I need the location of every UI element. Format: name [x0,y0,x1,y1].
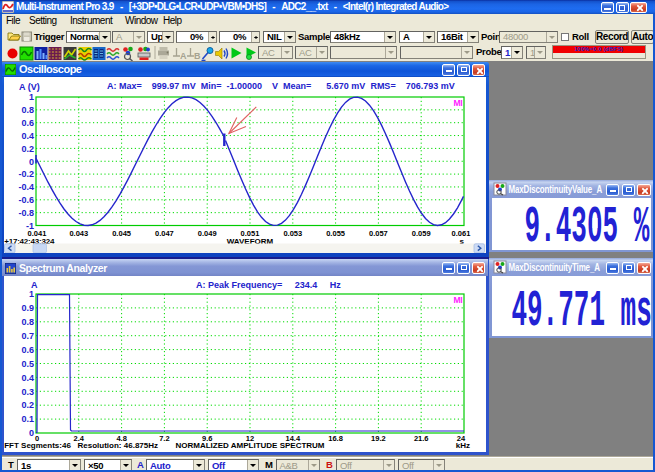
svg-text:0.2: 0.2 [21,400,34,410]
svg-text:7.2: 7.2 [159,434,169,443]
svg-text:0: 0 [29,157,34,167]
svg-text:A: Peak Frequency= 234.4: A: Peak Frequency= 234.4 Hz [196,280,341,290]
svg-text:0.9: 0.9 [21,303,34,313]
svg-text:0.053: 0.053 [283,229,302,238]
svg-text:NORMALIZED AMPLITUDE SPECTRUM: NORMALIZED AMPLITUDE SPECTRUM [175,441,324,450]
svg-text:A: A [180,51,187,61]
svg-text:A: Max= 999.97 mV Min= -1: A: Max= 999.97 mV Min= -1.00000 V Mean= … [107,81,455,91]
svg-text:FFT Segments:46 Resolution:: FFT Segments:46 Resolution: 46.875Hz [4,441,158,450]
svg-text:21.6: 21.6 [414,434,429,443]
svg-text:kHz: kHz [456,441,470,450]
svg-text:0.5: 0.5 [21,359,34,369]
svg-text:0.2: 0.2 [21,144,34,154]
svg-text:0.8: 0.8 [21,317,34,327]
svg-text:0.045: 0.045 [112,229,131,238]
svg-text:-0.8: -0.8 [18,208,34,218]
svg-text:0.059: 0.059 [412,229,431,238]
svg-text:A (V): A (V) [19,82,40,92]
svg-text:0.6: 0.6 [21,118,34,128]
svg-text:1: 1 [29,92,34,102]
svg-text:0.047: 0.047 [155,229,174,238]
svg-text:49.771 ms: 49.771 ms [511,281,651,338]
svg-text:0.6: 0.6 [21,345,34,355]
svg-text:0.7: 0.7 [21,331,34,341]
svg-text:0.043: 0.043 [69,229,88,238]
svg-text:B: B [194,51,201,61]
svg-text:16.8: 16.8 [328,434,343,443]
svg-text:0.4: 0.4 [21,373,34,383]
svg-text:19.2: 19.2 [371,434,386,443]
svg-text:-0.4: -0.4 [18,182,34,192]
svg-text:0.1: 0.1 [21,414,34,424]
svg-text:0.055: 0.055 [326,229,345,238]
svg-text:0.8: 0.8 [21,105,34,115]
svg-text:0: 0 [29,428,34,438]
svg-text:-0.2: -0.2 [18,169,34,179]
svg-text:MI: MI [454,98,463,108]
svg-text:1: 1 [29,289,34,299]
svg-text:MaxDiscontinuityTime_A: MaxDiscontinuityTime_A [509,262,601,273]
svg-text:0.049: 0.049 [198,229,217,238]
svg-text:0.4: 0.4 [21,131,34,141]
svg-text:MI: MI [454,295,463,305]
svg-text:9.4305 %: 9.4305 % [525,198,650,252]
svg-text:-0.6: -0.6 [18,195,34,205]
svg-text:0.3: 0.3 [21,387,34,397]
svg-text:MaxDiscontinuityValue_A: MaxDiscontinuityValue_A [509,184,603,195]
svg-text:0.057: 0.057 [369,229,388,238]
